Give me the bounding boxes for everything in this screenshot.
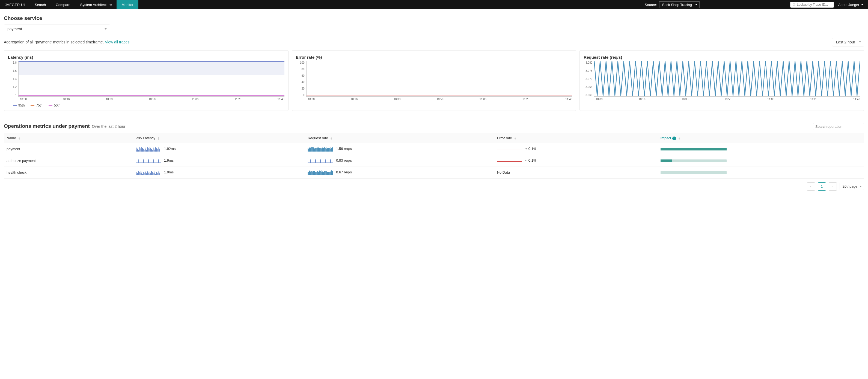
- svg-rect-3: [138, 150, 139, 151]
- col-impact[interactable]: Impacti▲▼: [658, 133, 864, 143]
- svg-rect-73: [330, 159, 331, 163]
- about-menu[interactable]: About Jaeger: [834, 3, 868, 7]
- error-y-axis: 100 80 60 40 20 0: [296, 61, 306, 97]
- svg-rect-77: [137, 173, 138, 175]
- svg-rect-10: [144, 150, 145, 151]
- info-icon: i: [672, 137, 676, 140]
- latency-plot: [18, 61, 284, 97]
- cell-name: payment: [4, 143, 133, 155]
- aggregation-text: Aggregation of all "payment" metrics in …: [4, 40, 129, 44]
- svg-rect-117: [317, 171, 318, 175]
- svg-rect-26: [157, 149, 158, 151]
- trace-lookup-input[interactable]: [797, 3, 831, 6]
- table-row[interactable]: health check1.9ms0.67 req/sNo Data: [4, 167, 864, 178]
- timeframe-select[interactable]: Last 2 hour: [832, 38, 864, 47]
- svg-rect-110: [312, 171, 313, 175]
- nav-item-compare[interactable]: Compare: [51, 0, 75, 9]
- svg-rect-50: [324, 147, 325, 151]
- svg-rect-34: [311, 147, 312, 151]
- col-name[interactable]: Name▲▼: [4, 133, 133, 143]
- view-all-traces-link[interactable]: View all traces: [105, 40, 129, 44]
- svg-rect-40: [316, 148, 317, 151]
- svg-rect-12: [146, 149, 146, 151]
- request-plot: [594, 61, 860, 97]
- svg-rect-31: [308, 149, 309, 151]
- svg-rect-23: [154, 150, 155, 151]
- svg-rect-13: [146, 150, 147, 151]
- svg-rect-8: [142, 148, 143, 151]
- svg-rect-121: [321, 172, 321, 175]
- svg-rect-135: [332, 171, 333, 175]
- service-select[interactable]: payment: [4, 25, 110, 33]
- svg-rect-122: [321, 170, 322, 175]
- error-body: 100 80 60 40 20 0: [296, 61, 572, 97]
- nav-item-monitor[interactable]: Monitor: [117, 0, 138, 9]
- page-size-value: 20 / page: [843, 184, 857, 188]
- svg-rect-16: [149, 149, 150, 151]
- latency-x-axis: 10:0010:1610:3310:5011:0611:2311:40: [8, 98, 284, 101]
- cell-impact: [658, 143, 864, 155]
- sort-icon: ▲▼: [330, 137, 333, 140]
- nav-item-search[interactable]: Search: [30, 0, 51, 9]
- operations-table: Name▲▼ P95 Latency▲▼ Request rate▲▼ Erro…: [4, 133, 864, 179]
- svg-rect-39: [315, 148, 316, 151]
- svg-rect-125: [324, 171, 325, 175]
- search-icon: [793, 3, 796, 6]
- request-chart: Request rate (req/s) 3.080 3.075 3.070 3…: [580, 50, 864, 111]
- svg-rect-69: [310, 159, 311, 163]
- svg-rect-17: [150, 147, 150, 151]
- table-row[interactable]: authorize payment1.9ms0.83 req/s< 0.1%: [4, 155, 864, 167]
- svg-rect-24: [155, 147, 156, 151]
- svg-rect-57: [330, 149, 331, 151]
- operations-header: Operations metrics under payment Over th…: [4, 123, 864, 130]
- nav-item-architecture[interactable]: System Architecture: [75, 0, 117, 9]
- col-req[interactable]: Request rate▲▼: [305, 133, 494, 143]
- svg-rect-87: [146, 172, 146, 175]
- svg-rect-79: [139, 172, 140, 175]
- aggregation-desc: Aggregation of all "payment" metrics in …: [4, 40, 105, 44]
- cell-p95: 1.92ms: [133, 143, 305, 155]
- svg-rect-75: [136, 174, 136, 175]
- prev-page-button[interactable]: ‹: [807, 182, 815, 191]
- cell-err: < 0.1%: [494, 155, 658, 167]
- svg-rect-7: [142, 147, 142, 151]
- request-title: Request rate (req/s): [584, 55, 860, 60]
- col-err[interactable]: Error rate▲▼: [494, 133, 658, 143]
- svg-rect-124: [323, 172, 324, 175]
- operation-search-input[interactable]: [815, 124, 861, 128]
- svg-rect-43: [318, 147, 319, 151]
- svg-rect-118: [318, 172, 319, 175]
- svg-rect-76: [136, 172, 137, 175]
- svg-rect-30: [308, 148, 308, 151]
- legend-50th: 50th: [49, 104, 60, 107]
- svg-rect-45: [320, 148, 321, 151]
- svg-rect-88: [146, 173, 147, 175]
- svg-rect-113: [314, 171, 315, 175]
- svg-rect-107: [309, 170, 310, 175]
- operation-search[interactable]: [813, 123, 864, 130]
- trace-lookup[interactable]: [790, 2, 834, 8]
- svg-rect-51: [325, 148, 326, 151]
- table-row[interactable]: payment1.92ms1.56 req/s< 0.1%: [4, 143, 864, 155]
- svg-rect-102: [158, 171, 159, 175]
- request-y-axis: 3.080 3.075 3.070 3.065 3.060: [584, 61, 594, 97]
- svg-rect-96: [153, 173, 154, 175]
- source-dropdown[interactable]: Sock Shop Tracing: [659, 1, 700, 8]
- svg-rect-131: [329, 172, 330, 175]
- svg-rect-19: [151, 149, 152, 151]
- page-size-select[interactable]: 20 / page: [840, 183, 864, 190]
- svg-rect-25: [156, 148, 157, 151]
- about-label: About Jaeger: [838, 3, 859, 7]
- svg-rect-55: [328, 148, 329, 151]
- next-page-button[interactable]: ›: [829, 182, 837, 191]
- cell-name: authorize payment: [4, 155, 133, 167]
- svg-rect-120: [320, 171, 321, 175]
- col-p95[interactable]: P95 Latency▲▼: [133, 133, 305, 143]
- latency-title: Latency (ms): [8, 55, 284, 60]
- svg-rect-15: [148, 148, 149, 151]
- svg-rect-123: [322, 172, 323, 175]
- page-1-button[interactable]: 1: [818, 182, 826, 191]
- cell-req: 0.83 req/s: [305, 155, 494, 167]
- svg-rect-48: [322, 147, 323, 151]
- source-select[interactable]: Sock Shop Tracing: [659, 1, 700, 8]
